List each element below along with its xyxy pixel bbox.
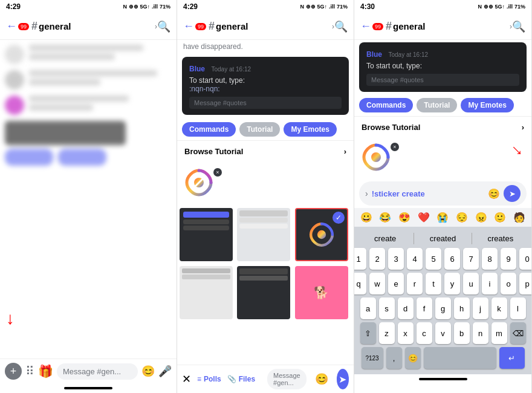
emoji-slight[interactable]: 🙂 — [494, 212, 506, 223]
kb-key-v[interactable]: v — [435, 322, 451, 344]
kb-suggest-creates[interactable]: creates — [472, 233, 529, 244]
kb-key-3[interactable]: 3 — [388, 248, 404, 270]
sticker-close-2[interactable]: × — [213, 168, 222, 177]
message-input-1[interactable]: Message #gen... — [57, 363, 138, 380]
kb-key-8[interactable]: 8 — [482, 248, 498, 270]
search-icon-3[interactable]: 🔍 — [512, 20, 525, 33]
kb-key-r[interactable]: r — [407, 273, 423, 294]
battery-2: 71% — [337, 4, 348, 10]
myemotes-button-3[interactable]: My Emotes — [461, 98, 513, 112]
kb-key-c[interactable]: c — [417, 322, 432, 344]
commands-button-2[interactable]: Commands — [182, 122, 236, 137]
kb-key-6[interactable]: 6 — [444, 248, 460, 270]
kb-enter-key[interactable]: ↵ — [499, 347, 525, 369]
kb-space-key[interactable] — [424, 347, 496, 369]
channel-name-2: general — [216, 21, 331, 31]
emoji-sad[interactable]: 😔 — [456, 212, 468, 223]
emoji-grin[interactable]: 😀 — [360, 212, 372, 223]
media-item-6[interactable]: 🐕 — [295, 266, 348, 319]
kb-key-d[interactable]: d — [398, 297, 414, 319]
send-button-2[interactable]: ➤ — [337, 369, 349, 389]
media-item-4[interactable] — [180, 266, 233, 319]
back-button-1[interactable]: ← 99 — [6, 20, 29, 33]
media-item-3[interactable]: ✓ — [295, 208, 348, 261]
kb-key-n[interactable]: n — [473, 322, 488, 344]
polls-tab-2[interactable]: ≡ Polls — [197, 375, 221, 383]
media-item-5[interactable] — [237, 266, 290, 319]
kb-key-p[interactable]: p — [519, 273, 532, 294]
kb-key-u[interactable]: u — [463, 273, 479, 294]
kb-key-t[interactable]: t — [426, 273, 441, 294]
myemotes-button-2[interactable]: My Emotes — [284, 122, 336, 137]
kb-key-h[interactable]: h — [454, 297, 470, 319]
apps-icon-1[interactable]: ⠿ — [25, 364, 34, 378]
tutorial-button-3[interactable]: Tutorial — [417, 98, 457, 112]
kb-key-g[interactable]: g — [435, 297, 451, 319]
kb-key-1[interactable]: 1 — [354, 248, 366, 270]
kb-key-f[interactable]: f — [417, 297, 432, 319]
kb-key-2[interactable]: 2 — [369, 248, 385, 270]
browse-tutorial-2[interactable]: Browse Tutorial › — [177, 140, 354, 162]
emoji-joy[interactable]: 😂 — [379, 212, 391, 223]
kb-suggest-created[interactable]: created — [414, 233, 472, 244]
kb-emoji-key[interactable]: 😊 — [405, 347, 421, 369]
blur-message-3 — [5, 96, 172, 115]
search-icon-2[interactable]: 🔍 — [334, 20, 348, 33]
kb-key-o[interactable]: o — [501, 273, 516, 294]
kb-key-k[interactable]: k — [491, 297, 507, 319]
kb-key-y[interactable]: y — [444, 273, 460, 294]
cmd-emoji-3[interactable]: 😊 — [488, 188, 500, 200]
media-item-1[interactable] — [180, 208, 233, 261]
emoji-icon-1[interactable]: 😊 — [141, 365, 155, 378]
kb-key-w[interactable]: w — [369, 273, 385, 294]
back-button-3[interactable]: ← 99 — [360, 20, 383, 33]
command-input-bar-3[interactable]: › !sticker create 😊 ➤ — [359, 181, 527, 206]
commands-button-3[interactable]: Commands — [359, 98, 413, 112]
kb-key-e[interactable]: e — [388, 273, 404, 294]
gift-icon-1[interactable]: 🎁 — [38, 364, 53, 378]
input-placeholder-2[interactable]: Message #gen... — [267, 369, 307, 389]
emoji-icon-2[interactable]: 😊 — [315, 372, 328, 386]
mic-icon-1[interactable]: 🎤 — [158, 365, 172, 378]
kb-numbers-key[interactable]: ?123 — [362, 347, 383, 369]
sticker-close-3[interactable]: × — [391, 143, 399, 151]
kb-key-4[interactable]: 4 — [407, 248, 423, 270]
kb-key-b[interactable]: b — [454, 322, 470, 344]
kb-key-m[interactable]: m — [491, 322, 507, 344]
emoji-angry[interactable]: 😠 — [475, 212, 487, 223]
kb-shift-key[interactable]: ⇧ — [360, 322, 376, 344]
kb-key-9[interactable]: 9 — [501, 248, 516, 270]
browse-tutorial-3[interactable]: Browse Tutorial › — [354, 116, 531, 138]
plus-button-1[interactable]: + — [5, 363, 22, 380]
kb-key-s[interactable]: s — [379, 297, 395, 319]
blur-message-2 — [5, 70, 172, 89]
polls-icon-2: ≡ — [197, 375, 201, 383]
kb-comma-key[interactable]: , — [386, 347, 402, 369]
kb-key-x[interactable]: x — [398, 322, 414, 344]
kb-key-7[interactable]: 7 — [463, 248, 479, 270]
kb-key-i[interactable]: i — [482, 273, 498, 294]
kb-key-0[interactable]: 0 — [519, 248, 532, 270]
panel2-content: have disappeared. Blue Today at 16:12 To… — [177, 40, 354, 393]
bot-text-3: To start out, type: — [366, 62, 519, 70]
kb-key-5[interactable]: 5 — [426, 248, 441, 270]
bot-time-3: Today at 16:12 — [388, 51, 428, 58]
kb-key-l[interactable]: l — [510, 297, 526, 319]
kb-backspace-key[interactable]: ⌫ — [510, 322, 526, 344]
kb-suggest-create[interactable]: create — [357, 233, 414, 244]
emoji-hearts[interactable]: 😍 — [398, 212, 410, 223]
kb-key-q[interactable]: q — [354, 273, 366, 294]
search-icon-1[interactable]: 🔍 — [157, 20, 170, 33]
files-tab-2[interactable]: 📎 Files — [227, 375, 255, 383]
kb-key-z[interactable]: z — [379, 322, 395, 344]
emoji-cry[interactable]: 😭 — [436, 212, 449, 223]
kb-key-j[interactable]: j — [473, 297, 488, 319]
send-button-3[interactable]: ➤ — [504, 185, 521, 202]
emoji-heart[interactable]: ❤️ — [418, 212, 430, 223]
close-icon-2[interactable]: ✕ — [182, 372, 191, 386]
emoji-person[interactable]: 🧑 — [513, 212, 525, 223]
kb-key-a[interactable]: a — [360, 297, 376, 319]
back-button-2[interactable]: ← 99 — [183, 20, 206, 33]
tutorial-button-2[interactable]: Tutorial — [239, 122, 280, 137]
media-item-2[interactable] — [237, 208, 290, 261]
